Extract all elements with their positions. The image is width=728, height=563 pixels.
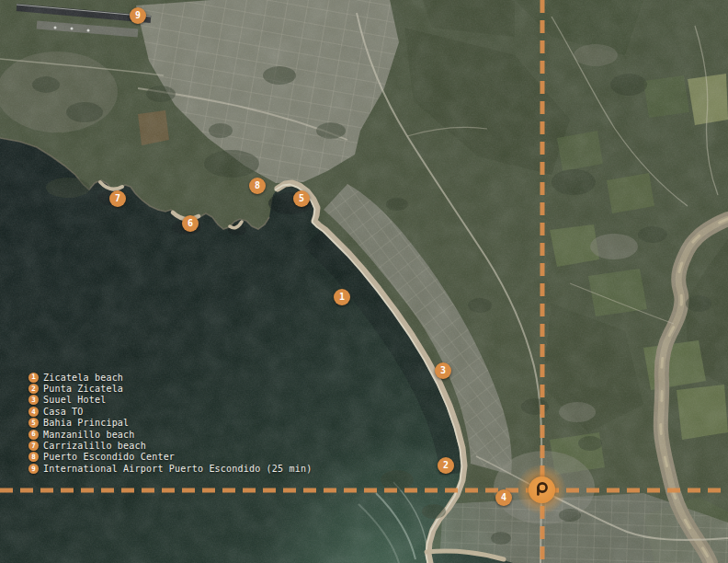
legend-item-label: Bahia Principal bbox=[43, 418, 129, 428]
marker-number: 5 bbox=[299, 194, 304, 203]
legend-item: 9International Airport Puerto Escondido … bbox=[28, 463, 312, 474]
legend-item-number: 8 bbox=[28, 452, 39, 462]
marker-number: 6 bbox=[188, 219, 193, 228]
legend-item: 3Suuel Hotel bbox=[28, 395, 312, 406]
map-marker-9[interactable]: 9 bbox=[130, 7, 146, 24]
legend-item-label: Manzanillo beach bbox=[43, 430, 135, 440]
legend-item-label: Carrizalillo beach bbox=[43, 441, 146, 451]
marker-number: 3 bbox=[440, 366, 446, 375]
map-canvas: 1 2 3 4 5 6 7 8 9 1Zicatela beach 2Punta… bbox=[0, 0, 728, 563]
map-marker-3[interactable]: 3 bbox=[435, 362, 451, 379]
map-marker-6[interactable]: 6 bbox=[182, 215, 199, 232]
legend-item-label: International Airport Puerto Escondido (… bbox=[43, 464, 312, 474]
marker-number: 1 bbox=[339, 293, 345, 302]
legend-item-number: 1 bbox=[28, 373, 39, 383]
legend-item: 8Puerto Escondido Center bbox=[28, 452, 312, 463]
legend-item-number: 2 bbox=[28, 384, 39, 394]
map-marker-7[interactable]: 7 bbox=[109, 190, 126, 207]
satellite-map-image bbox=[0, 0, 728, 563]
legend-item-label: Punta Zicatela bbox=[43, 384, 123, 394]
legend-item-number: 7 bbox=[28, 441, 39, 451]
legend-item-number: 6 bbox=[28, 430, 39, 440]
marker-number: 2 bbox=[443, 461, 449, 470]
marker-number: 8 bbox=[255, 181, 260, 190]
map-marker-4[interactable]: 4 bbox=[495, 489, 512, 506]
legend-item-number: 4 bbox=[28, 407, 39, 417]
map-marker-5[interactable]: 5 bbox=[293, 190, 310, 207]
legend-item-label: Zicatela beach bbox=[43, 373, 123, 383]
legend-item-label: Puerto Escondido Center bbox=[43, 452, 175, 462]
legend-item-label: Casa TO bbox=[43, 407, 84, 417]
marker-number: 4 bbox=[501, 493, 506, 502]
legend-item: 6Manzanillo beach bbox=[28, 429, 312, 440]
legend: 1Zicatela beach 2Punta Zicatela 3Suuel H… bbox=[28, 372, 312, 475]
legend-item: 5Bahia Principal bbox=[28, 418, 312, 429]
marker-number: 9 bbox=[135, 11, 141, 20]
legend-item: 1Zicatela beach bbox=[28, 372, 312, 383]
texture-grain bbox=[0, 0, 728, 563]
crosshair-horizontal-line bbox=[0, 488, 728, 493]
legend-item: 4Casa TO bbox=[28, 406, 312, 417]
logo-disc bbox=[529, 477, 555, 503]
legend-item-number: 5 bbox=[28, 418, 39, 428]
map-marker-2[interactable]: 2 bbox=[438, 457, 454, 474]
p-letter-icon bbox=[534, 481, 549, 498]
legend-item: 2Punta Zicatela bbox=[28, 383, 312, 394]
map-marker-1[interactable]: 1 bbox=[334, 289, 350, 305]
legend-item: 7Carrizalillo beach bbox=[28, 440, 312, 451]
legend-item-label: Suuel Hotel bbox=[43, 395, 106, 405]
legend-item-number: 9 bbox=[28, 464, 39, 474]
map-marker-8[interactable]: 8 bbox=[249, 178, 266, 194]
marker-number: 7 bbox=[115, 194, 120, 203]
legend-item-number: 3 bbox=[28, 395, 39, 405]
